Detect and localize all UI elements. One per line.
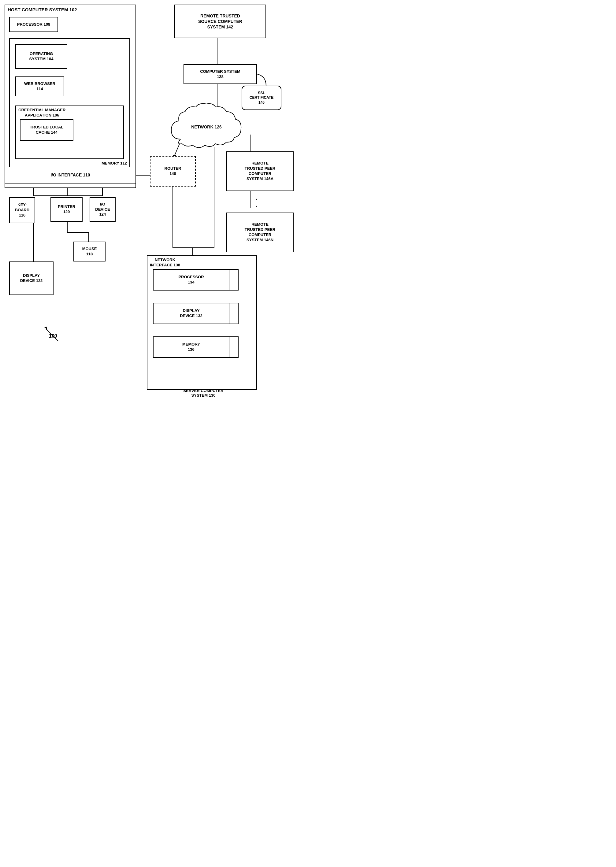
operating-system-box: OPERATING SYSTEM 104 (15, 44, 67, 69)
remote-trusted-peer-n-label: REMOTE TRUSTED PEER COMPUTER SYSTEM 146N (245, 222, 275, 243)
trusted-local-cache-label: TRUSTED LOCAL CACHE 144 (30, 125, 64, 135)
processor-108-box: PROCESSOR 108 (9, 17, 58, 32)
network-126-cloud: NETWORK 126 (165, 102, 248, 153)
web-browser-label: WEB BROWSER 114 (24, 81, 55, 92)
display-device-132-box: DISPLAY DEVICE 132 (153, 303, 229, 324)
remote-trusted-source-box: REMOTE TRUSTED SOURCE COMPUTER SYSTEM 14… (174, 5, 266, 38)
server-computer-system-label-outer: SERVER COMPUTER SYSTEM 130 (150, 388, 257, 397)
memory-136-right-tab (229, 336, 239, 358)
operating-system-label: OPERATING SYSTEM 104 (29, 51, 53, 62)
display-device-132-right-tab (229, 303, 239, 324)
web-browser-box: WEB BROWSER 114 (15, 77, 64, 96)
server-label: SERVER COMPUTER SYSTEM 130 (183, 388, 223, 397)
io-device-box: I/O DEVICE 124 (90, 197, 116, 222)
router-140-label: ROUTER 140 (165, 166, 181, 176)
router-140-box: ROUTER 140 (150, 156, 196, 187)
diagram-container: HOST COMPUTER SYSTEM 102 PROCESSOR 108 M… (0, 0, 308, 433)
printer-box: PRINTER 120 (50, 197, 83, 222)
reference-arrow (40, 324, 64, 342)
remote-trusted-peer-n-box: REMOTE TRUSTED PEER COMPUTER SYSTEM 146N (226, 212, 294, 252)
processor-134-right-tab (229, 269, 239, 291)
processor-134-label: PROCESSOR 134 (178, 275, 204, 285)
computer-system-128-box: COMPUTER SYSTEM 128 (184, 64, 257, 84)
display-device-left-box: DISPLAY DEVICE 122 (9, 261, 53, 295)
credential-manager-label: CREDENTIAL MANAGER APPLICATION 106 (18, 108, 66, 118)
processor-134-box: PROCESSOR 134 (153, 269, 229, 291)
ssl-certificate-label: SSL CERTIFICATE 146 (250, 91, 273, 105)
svg-text:NETWORK 126: NETWORK 126 (191, 124, 222, 129)
computer-system-128-label: COMPUTER SYSTEM 128 (200, 69, 240, 80)
memory-136-box: MEMORY 136 (153, 336, 229, 358)
svg-line-23 (46, 329, 58, 341)
trusted-local-cache-box: TRUSTED LOCAL CACHE 144 (20, 119, 74, 141)
remote-trusted-peer-a-label: REMOTE TRUSTED PEER COMPUTER SYSTEM 146A (245, 161, 275, 182)
host-computer-system-label: HOST COMPUTER SYSTEM 102 (8, 7, 77, 13)
printer-label: PRINTER 120 (58, 204, 75, 215)
remote-trusted-peer-a-box: REMOTE TRUSTED PEER COMPUTER SYSTEM 146A (226, 151, 294, 191)
remote-trusted-source-label: REMOTE TRUSTED SOURCE COMPUTER SYSTEM 14… (198, 13, 242, 30)
processor-108-label: PROCESSOR 108 (17, 22, 50, 27)
mouse-box: MOUSE 118 (74, 242, 105, 261)
memory-136-label: MEMORY 136 (182, 342, 200, 352)
io-interface-label: I/O INTERFACE 110 (50, 172, 90, 177)
svg-marker-24 (44, 327, 47, 330)
memory-112-label: MEMORY 112 (102, 161, 127, 166)
network-interface-label: NETWORK INTERFACE 138 (150, 258, 180, 268)
io-device-label: I/O DEVICE 124 (95, 202, 110, 217)
keyboard-label: KEY- BOARD 116 (15, 203, 30, 218)
keyboard-box: KEY- BOARD 116 (9, 197, 35, 223)
display-device-left-label: DISPLAY DEVICE 122 (20, 273, 43, 283)
cloud-svg: NETWORK 126 (165, 102, 248, 153)
display-device-132-label: DISPLAY DEVICE 132 (180, 308, 203, 319)
io-interface-box: I/O INTERFACE 110 (5, 166, 136, 184)
mouse-label: MOUSE 118 (82, 247, 97, 257)
